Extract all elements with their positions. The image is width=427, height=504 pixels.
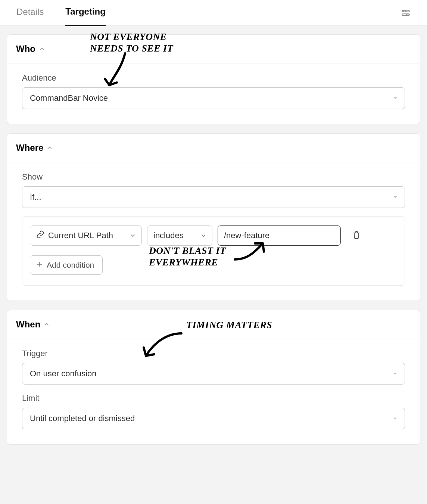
trigger-select[interactable]: On user confusion [22, 363, 405, 385]
show-label: Show [22, 172, 405, 182]
audience-value: CommandBar Novice [30, 93, 108, 103]
show-select[interactable]: If... [22, 186, 405, 208]
caret-up-icon [39, 46, 44, 52]
condition-field-select[interactable]: Current URL Path [30, 225, 142, 246]
limit-value: Until completed or dismissed [30, 414, 135, 423]
trash-icon[interactable] [352, 230, 361, 241]
caret-up-icon [47, 145, 52, 150]
add-condition-label: Add condition [47, 261, 94, 270]
trigger-label: Trigger [22, 349, 405, 358]
settings-sliders-icon[interactable] [401, 8, 411, 19]
caret-up-icon [44, 322, 49, 327]
show-value: If... [30, 192, 41, 202]
panel-who-title: Who [16, 44, 35, 54]
panel-where: Where Show If... Current [7, 133, 420, 301]
panel-where-title: Where [16, 143, 43, 153]
panel-where-header[interactable]: Where [7, 134, 420, 162]
panel-when: When Trigger On user confusion Limit Unt… [7, 310, 420, 445]
condition-op-select[interactable]: includes [147, 225, 212, 246]
chevron-down-icon [130, 233, 135, 238]
panel-who-header[interactable]: Who [7, 35, 420, 63]
condition-block: Current URL Path includes [22, 216, 405, 286]
tab-targeting[interactable]: Targeting [65, 0, 106, 26]
chevron-down-icon [393, 93, 398, 103]
audience-label: Audience [22, 73, 405, 83]
chevron-down-icon [201, 233, 206, 238]
trigger-value: On user confusion [30, 369, 97, 379]
limit-label: Limit [22, 393, 405, 403]
audience-select[interactable]: CommandBar Novice [22, 87, 405, 109]
link-icon [36, 230, 44, 241]
svg-point-2 [404, 10, 405, 12]
panel-who: Who Audience CommandBar Novice NOT EVERY… [7, 34, 420, 124]
condition-value-input[interactable] [218, 225, 341, 246]
limit-select[interactable]: Until completed or dismissed [22, 408, 405, 429]
svg-point-3 [406, 14, 408, 15]
add-condition-button[interactable]: Add condition [30, 255, 103, 275]
chevron-down-icon [393, 192, 398, 202]
tab-details[interactable]: Details [16, 0, 44, 25]
panel-when-title: When [16, 319, 40, 330]
chevron-down-icon [393, 369, 398, 379]
plus-icon [36, 261, 43, 270]
tab-bar: Details Targeting [0, 0, 427, 25]
condition-field-value: Current URL Path [48, 231, 113, 240]
panel-when-header[interactable]: When [7, 310, 420, 339]
condition-row: Current URL Path includes [30, 225, 397, 246]
chevron-down-icon [393, 414, 398, 423]
svg-rect-0 [402, 10, 409, 12]
condition-op-value: includes [153, 231, 184, 240]
